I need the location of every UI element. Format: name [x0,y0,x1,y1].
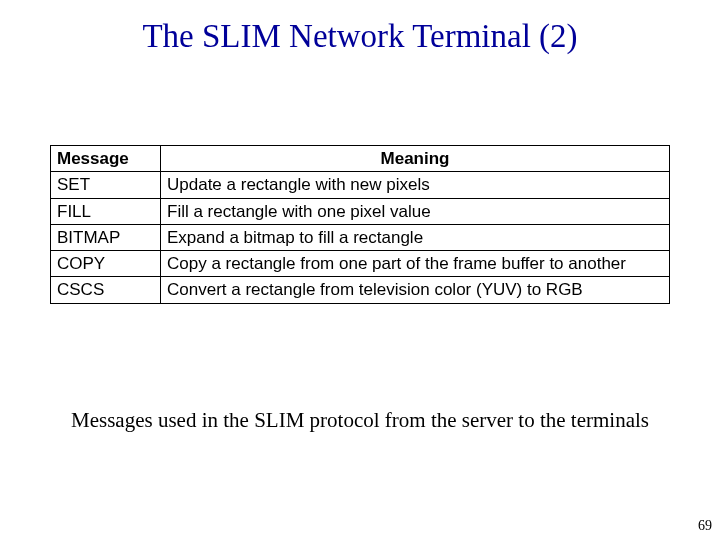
cell-meaning: Copy a rectangle from one part of the fr… [161,251,670,277]
slide-title: The SLIM Network Terminal (2) [0,0,720,55]
messages-table-container: Message Meaning SET Update a rectangle w… [50,145,670,304]
cell-message: BITMAP [51,224,161,250]
cell-message: FILL [51,198,161,224]
cell-meaning: Convert a rectangle from television colo… [161,277,670,303]
cell-message: CSCS [51,277,161,303]
header-message: Message [51,146,161,172]
page-number: 69 [698,518,712,534]
table-row: BITMAP Expand a bitmap to fill a rectang… [51,224,670,250]
slide-caption: Messages used in the SLIM protocol from … [0,408,720,433]
cell-message: SET [51,172,161,198]
cell-meaning: Update a rectangle with new pixels [161,172,670,198]
header-meaning: Meaning [161,146,670,172]
cell-message: COPY [51,251,161,277]
table-row: SET Update a rectangle with new pixels [51,172,670,198]
table-row: FILL Fill a rectangle with one pixel val… [51,198,670,224]
messages-table: Message Meaning SET Update a rectangle w… [50,145,670,304]
cell-meaning: Expand a bitmap to fill a rectangle [161,224,670,250]
cell-meaning: Fill a rectangle with one pixel value [161,198,670,224]
table-row: COPY Copy a rectangle from one part of t… [51,251,670,277]
table-header-row: Message Meaning [51,146,670,172]
table-row: CSCS Convert a rectangle from television… [51,277,670,303]
